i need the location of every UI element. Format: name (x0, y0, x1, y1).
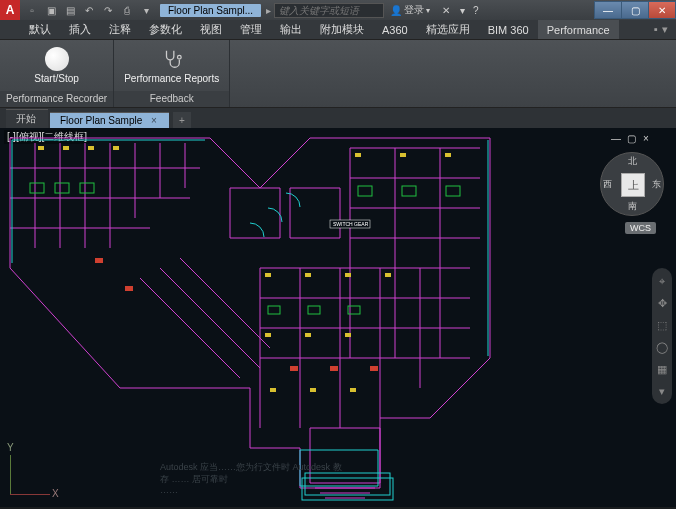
watermark-text: Autodesk 应当……您为行文件时 Autodesk 教 存 …… 居可靠时… (160, 462, 516, 497)
file-tab-floorplan[interactable]: Floor Plan Sample × (50, 112, 169, 128)
nav-steering-icon[interactable]: ⌖ (655, 274, 669, 288)
vp-close-icon[interactable]: × (640, 132, 652, 144)
nav-more-icon[interactable]: ▾ (655, 384, 669, 398)
svg-rect-35 (125, 286, 133, 291)
svg-rect-15 (305, 333, 311, 337)
svg-rect-17 (270, 388, 276, 392)
svg-rect-21 (55, 183, 69, 193)
minimize-button[interactable]: — (594, 1, 622, 19)
help-dropdown-icon[interactable]: ▾ (460, 5, 465, 16)
stethoscope-icon (160, 47, 184, 71)
quick-access-toolbar: ▫ ▣ ▤ ↶ ↷ ⎙ ▾ (20, 2, 158, 18)
svg-rect-19 (350, 388, 356, 392)
viewcube-top-face[interactable]: 上 (621, 173, 645, 197)
ribbon-menu-icon[interactable]: ▾ (662, 23, 668, 36)
ribbon-collapse-icon[interactable]: ▪ (654, 23, 658, 36)
window-controls: — ▢ ✕ (595, 1, 676, 19)
title-bar: A ▫ ▣ ▤ ↶ ↷ ⎙ ▾ Floor Plan Sampl... ▸ 👤 … (0, 0, 676, 20)
ribbon: Start/Stop Performance Recorder Performa… (0, 40, 676, 108)
qat-dropdown-icon[interactable]: ▾ (138, 2, 154, 18)
help-icon[interactable]: ? (473, 5, 479, 16)
tab-annotate[interactable]: 注释 (100, 20, 140, 39)
tab-featured[interactable]: 精选应用 (417, 20, 479, 39)
tab-view[interactable]: 视图 (191, 20, 231, 39)
viewcube-east[interactable]: 东 (652, 178, 661, 191)
viewcube-west[interactable]: 西 (603, 178, 612, 191)
svg-rect-7 (355, 153, 361, 157)
qat-print-icon[interactable]: ⎙ (119, 2, 135, 18)
ribbon-tabs: 默认 插入 注释 参数化 视图 管理 输出 附加模块 A360 精选应用 BIM… (0, 20, 676, 40)
tab-performance[interactable]: Performance (538, 20, 619, 39)
qat-redo-icon[interactable]: ↷ (100, 2, 116, 18)
tab-output[interactable]: 输出 (271, 20, 311, 39)
performance-reports-label: Performance Reports (124, 73, 219, 84)
svg-rect-13 (385, 273, 391, 277)
panel-feedback: Performance Reports Feedback (114, 40, 230, 107)
qat-open-icon[interactable]: ▣ (43, 2, 59, 18)
ucs-y-label: Y (7, 442, 14, 453)
qat-save-icon[interactable]: ▤ (62, 2, 78, 18)
nav-pan-icon[interactable]: ✥ (655, 296, 669, 310)
title-dropdown-icon[interactable]: ▸ (266, 5, 271, 16)
wcs-badge[interactable]: WCS (625, 222, 656, 234)
maximize-button[interactable]: ▢ (621, 1, 649, 19)
login-button[interactable]: 👤 登录 ▾ (390, 3, 430, 17)
svg-rect-20 (30, 183, 44, 193)
app-logo[interactable]: A (0, 0, 20, 20)
tab-default[interactable]: 默认 (20, 20, 60, 39)
close-tab-icon[interactable]: × (151, 115, 157, 126)
nav-showmotion-icon[interactable]: ▦ (655, 362, 669, 376)
start-stop-label: Start/Stop (34, 73, 78, 84)
svg-rect-6 (113, 146, 119, 150)
file-tab-label: Floor Plan Sample (60, 115, 142, 126)
tab-parametric[interactable]: 参数化 (140, 20, 191, 39)
floor-plan-drawing: SWITCH GEAR (0, 128, 600, 507)
document-title: Floor Plan Sampl... (160, 4, 261, 17)
svg-point-0 (177, 55, 181, 59)
vp-maximize-icon[interactable]: ▢ (625, 132, 637, 144)
nav-zoom-icon[interactable]: ⬚ (655, 318, 669, 332)
tab-bim360[interactable]: BIM 360 (479, 20, 538, 39)
svg-rect-26 (268, 306, 280, 314)
svg-rect-25 (446, 186, 460, 196)
nav-orbit-icon[interactable]: ◯ (655, 340, 669, 354)
user-icon: 👤 (390, 5, 402, 16)
close-button[interactable]: ✕ (648, 1, 676, 19)
viewcube-south[interactable]: 南 (628, 200, 637, 213)
tab-addins[interactable]: 附加模块 (311, 20, 373, 39)
panel-footer-recorder: Performance Recorder (0, 91, 113, 107)
start-stop-button[interactable]: Start/Stop (34, 47, 78, 84)
panel-performance-recorder: Start/Stop Performance Recorder (0, 40, 114, 107)
performance-reports-button[interactable]: Performance Reports (124, 47, 219, 84)
viewcube-north[interactable]: 北 (628, 155, 637, 168)
ucs-x-label: X (52, 488, 59, 499)
navigation-bar: ⌖ ✥ ⬚ ◯ ▦ ▾ (652, 268, 672, 404)
svg-rect-33 (370, 366, 378, 371)
svg-rect-24 (402, 186, 416, 196)
svg-rect-4 (63, 146, 69, 150)
tab-manage[interactable]: 管理 (231, 20, 271, 39)
svg-rect-14 (265, 333, 271, 337)
panel-footer-feedback: Feedback (114, 91, 229, 107)
tab-a360[interactable]: A360 (373, 20, 417, 39)
record-icon (45, 47, 69, 71)
search-input[interactable] (274, 3, 384, 18)
new-tab-button[interactable]: + (173, 112, 191, 128)
tab-insert[interactable]: 插入 (60, 20, 100, 39)
svg-rect-9 (445, 153, 451, 157)
svg-rect-32 (330, 366, 338, 371)
login-label: 登录 (404, 3, 424, 17)
vp-minimize-icon[interactable]: — (610, 132, 622, 144)
qat-undo-icon[interactable]: ↶ (81, 2, 97, 18)
svg-rect-22 (80, 183, 94, 193)
ucs-icon[interactable]: Y X (4, 445, 60, 501)
view-cube[interactable]: 上 北 南 东 西 (600, 152, 664, 216)
svg-rect-5 (88, 146, 94, 150)
file-tab-start[interactable]: 开始 (6, 109, 48, 128)
drawing-viewport[interactable]: [-][俯视][二维线框] — ▢ × 上 北 南 东 西 WCS ⌖ ✥ ⬚ … (0, 128, 676, 507)
file-tab-label: 开始 (16, 113, 36, 124)
svg-rect-18 (310, 388, 316, 392)
exchange-icon[interactable]: ✕ (442, 5, 450, 16)
file-tabs: 开始 Floor Plan Sample × + (0, 108, 676, 128)
qat-new-icon[interactable]: ▫ (24, 2, 40, 18)
